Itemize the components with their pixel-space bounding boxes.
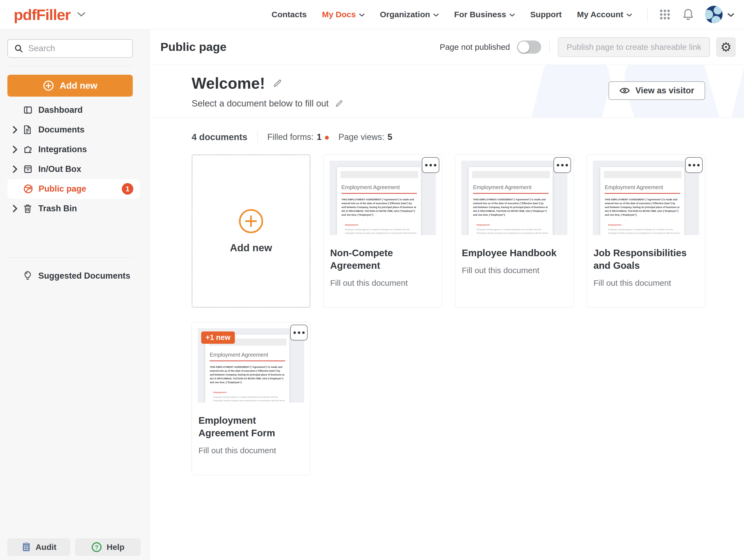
header-divider bbox=[647, 7, 648, 22]
sidebar: Add new Dashboard bbox=[0, 29, 149, 560]
globe-icon bbox=[23, 184, 33, 194]
document-card[interactable]: Employment Agreement THIS EMPLOYMENT AGR… bbox=[587, 154, 705, 308]
document-icon bbox=[23, 125, 33, 135]
document-subtitle: Fill out this document bbox=[593, 278, 699, 288]
new-filled-form-dot bbox=[325, 136, 329, 140]
documents-section: 4 documents Filled forms: 1 Page views: … bbox=[149, 118, 744, 560]
chevron-down-icon bbox=[433, 13, 439, 17]
sidebar-item-trash-bin[interactable]: Trash Bin bbox=[0, 199, 149, 218]
document-title: Job Responsibilities and Goals bbox=[593, 247, 699, 272]
document-thumbnail: +1 new Employment Agreement THIS EMPLOYM… bbox=[198, 328, 304, 403]
nav-my-docs[interactable]: My Docs bbox=[322, 10, 364, 19]
dashboard-icon bbox=[23, 105, 33, 115]
preview-header-placeholder bbox=[604, 171, 681, 178]
stats-divider bbox=[257, 131, 258, 143]
document-preview-page: Employment Agreement THIS EMPLOYMENT AGR… bbox=[469, 167, 553, 235]
avatar[interactable] bbox=[705, 6, 723, 23]
sidebar-item-suggested-documents[interactable]: Suggested Documents bbox=[0, 266, 149, 286]
sidebar-item-public-page[interactable]: Public page 1 bbox=[7, 179, 140, 199]
add-new-document-card[interactable]: Add new bbox=[192, 154, 310, 308]
new-badge: +1 new bbox=[201, 331, 235, 344]
document-thumbnail: Employment Agreement THIS EMPLOYMENT AGR… bbox=[330, 161, 436, 235]
page-title: Public page bbox=[160, 40, 226, 54]
document-title: Non-Compete Agreement bbox=[330, 247, 435, 272]
notifications-bell-icon[interactable] bbox=[682, 8, 694, 21]
document-card[interactable]: Employment Agreement THIS EMPLOYMENT AGR… bbox=[323, 154, 442, 308]
svg-text:?: ? bbox=[95, 544, 99, 551]
sidebar-item-dashboard[interactable]: Dashboard bbox=[0, 100, 149, 120]
view-as-visitor-button[interactable]: View as visitor bbox=[608, 81, 705, 100]
sidebar-divider bbox=[7, 257, 133, 258]
public-page-badge: 1 bbox=[122, 183, 133, 195]
account-menu[interactable] bbox=[705, 6, 734, 23]
document-card[interactable]: Employment Agreement THIS EMPLOYMENT AGR… bbox=[455, 154, 574, 308]
settings-gear-icon[interactable]: ⚙ bbox=[716, 37, 736, 57]
publish-toggle[interactable] bbox=[517, 40, 541, 54]
lightbulb-icon bbox=[23, 271, 33, 281]
chevron-right-icon bbox=[12, 126, 19, 134]
plus-circle-icon bbox=[238, 208, 264, 234]
edit-title-pencil-icon[interactable] bbox=[273, 78, 283, 88]
sidebar-item-in-out-box[interactable]: In/Out Box bbox=[0, 159, 149, 179]
main-panel: Public page Page not published Publish p… bbox=[149, 29, 744, 560]
document-subtitle: Fill out this document bbox=[198, 446, 304, 455]
add-new-button[interactable]: Add new bbox=[7, 75, 133, 97]
header-divider bbox=[549, 41, 550, 53]
card-more-options-button[interactable] bbox=[685, 157, 703, 173]
sidebar-nav: Dashboard Documents bbox=[0, 100, 149, 218]
top-bar: pdfFiller Contacts My Docs Organization … bbox=[0, 0, 744, 29]
nav-organization[interactable]: Organization bbox=[380, 10, 439, 19]
inbox-icon bbox=[23, 164, 33, 174]
document-title: Employment Agreement Form bbox=[198, 414, 304, 439]
publish-status-label: Page not published bbox=[440, 42, 510, 52]
trash-icon bbox=[23, 203, 33, 214]
card-more-options-button[interactable] bbox=[290, 325, 308, 340]
welcome-banner: Welcome! Select a document below to fill… bbox=[149, 65, 744, 118]
card-more-options-button[interactable] bbox=[422, 157, 439, 173]
apps-grid-icon[interactable] bbox=[659, 8, 671, 21]
document-thumbnail: Employment Agreement THIS EMPLOYMENT AGR… bbox=[593, 161, 699, 235]
top-nav: Contacts My Docs Organization For Busine… bbox=[271, 10, 632, 19]
publish-page-button[interactable]: Publish page to create shareable link bbox=[558, 37, 710, 57]
page-header: Public page Page not published Publish p… bbox=[149, 29, 744, 65]
add-new-card-label: Add new bbox=[230, 242, 272, 254]
sidebar-search bbox=[7, 39, 133, 58]
documents-count: 4 documents bbox=[192, 132, 248, 142]
document-card[interactable]: +1 new Employment Agreement THIS EMPLOYM… bbox=[192, 322, 310, 475]
search-input[interactable] bbox=[28, 43, 126, 53]
account-chevron-down-icon bbox=[728, 13, 734, 17]
documents-grid: Add new Employment Agreement THIS EMPLOY… bbox=[192, 154, 712, 475]
puzzle-icon bbox=[23, 145, 33, 154]
nav-contacts[interactable]: Contacts bbox=[271, 10, 306, 19]
welcome-title: Welcome! bbox=[192, 74, 265, 92]
sidebar-item-documents[interactable]: Documents bbox=[0, 120, 149, 140]
document-title: Employee Handbook bbox=[462, 247, 567, 259]
logo-chevron-down-icon[interactable] bbox=[77, 12, 85, 17]
chevron-right-icon bbox=[12, 205, 19, 212]
chevron-right-icon bbox=[12, 165, 19, 173]
page-views-stat: Page views: 5 bbox=[339, 132, 392, 142]
search-icon bbox=[14, 44, 23, 53]
audit-button[interactable]: Audit bbox=[7, 538, 70, 556]
pdffiller-logo[interactable]: pdfFiller bbox=[14, 6, 70, 24]
help-button[interactable]: ? Help bbox=[75, 538, 141, 556]
chevron-down-icon bbox=[627, 13, 632, 17]
plus-circle-icon bbox=[43, 80, 54, 91]
edit-subtitle-pencil-icon[interactable] bbox=[335, 99, 343, 108]
stats-row: 4 documents Filled forms: 1 Page views: … bbox=[192, 131, 744, 143]
nav-my-account[interactable]: My Account bbox=[577, 10, 632, 19]
document-preview-page: Employment Agreement THIS EMPLOYMENT AGR… bbox=[205, 334, 289, 403]
document-preview-page: Employment Agreement THIS EMPLOYMENT AGR… bbox=[337, 167, 421, 235]
chevron-down-icon bbox=[510, 13, 515, 17]
preview-header-placeholder bbox=[340, 171, 418, 178]
chevron-right-icon bbox=[12, 146, 19, 153]
sidebar-divider bbox=[7, 66, 133, 66]
document-thumbnail: Employment Agreement THIS EMPLOYMENT AGR… bbox=[461, 161, 567, 235]
eye-icon bbox=[620, 86, 630, 95]
help-circle-icon: ? bbox=[91, 542, 102, 553]
nav-for-business[interactable]: For Business bbox=[454, 10, 515, 19]
sidebar-item-integrations[interactable]: Integrations bbox=[0, 140, 149, 159]
card-more-options-button[interactable] bbox=[554, 157, 571, 173]
nav-support[interactable]: Support bbox=[530, 10, 562, 19]
banner-subtitle: Select a document below to fill out bbox=[192, 98, 329, 109]
